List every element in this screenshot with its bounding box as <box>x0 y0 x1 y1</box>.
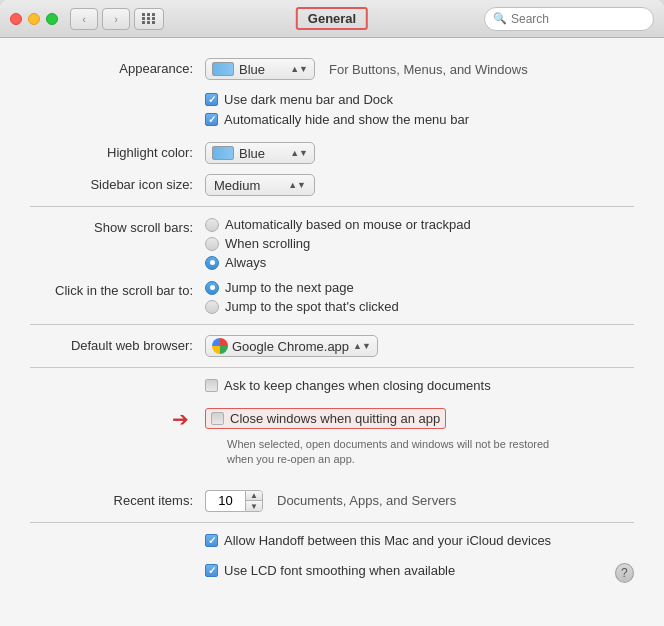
click-next-page-radio[interactable] <box>205 281 219 295</box>
close-windows-row: ➔ Close windows when quitting an app Whe… <box>30 408 634 468</box>
appearance-select[interactable]: Blue ▲▼ <box>205 58 315 80</box>
appearance-row: Appearance: Blue ▲▼ For Buttons, Menus, … <box>30 58 634 132</box>
close-windows-highlight: Close windows when quitting an app <box>205 408 446 429</box>
appearance-select-wrapper: Blue ▲▼ For Buttons, Menus, and Windows <box>205 58 528 80</box>
scroll-scrolling-radio[interactable] <box>205 237 219 251</box>
recent-items-label: Recent items: <box>30 490 205 512</box>
highlight-color-row: Highlight color: Blue ▲▼ <box>30 142 634 164</box>
recent-items-wrapper: ▲ ▼ Documents, Apps, and Servers <box>205 490 456 512</box>
lcd-font-label: Use LCD font smoothing when available <box>224 563 455 578</box>
scroll-always-radio[interactable] <box>205 256 219 270</box>
dark-menu-checkbox[interactable] <box>205 93 218 106</box>
scroll-scrolling-label: When scrolling <box>225 236 310 251</box>
scroll-auto-radio[interactable] <box>205 218 219 232</box>
highlight-color-control: Blue ▲▼ <box>205 142 315 164</box>
minimize-button[interactable] <box>28 13 40 25</box>
close-button[interactable] <box>10 13 22 25</box>
dark-menu-label: Use dark menu bar and Dock <box>224 92 393 107</box>
close-windows-spacer: ➔ <box>30 408 205 430</box>
recent-items-control: ▲ ▼ Documents, Apps, and Servers <box>205 490 456 512</box>
chrome-icon <box>212 338 228 354</box>
click-scroll-label: Click in the scroll bar to: <box>30 280 205 302</box>
separator-4 <box>30 522 634 523</box>
click-scroll-radio-group: Jump to the next page Jump to the spot t… <box>205 280 399 314</box>
click-spot-clicked-radio[interactable] <box>205 300 219 314</box>
chevron-down-icon: ▲▼ <box>290 64 308 74</box>
lcd-font-checkbox-row: Use LCD font smoothing when available <box>205 563 615 578</box>
scroll-scrolling-row: When scrolling <box>205 236 471 251</box>
separator-3 <box>30 367 634 368</box>
nav-buttons: ‹ › <box>70 8 130 30</box>
click-next-page-label: Jump to the next page <box>225 280 354 295</box>
recent-items-hint: Documents, Apps, and Servers <box>277 493 456 508</box>
scroll-bars-row: Show scroll bars: Automatically based on… <box>30 217 634 270</box>
grid-icon <box>142 13 156 24</box>
appearance-hint: For Buttons, Menus, and Windows <box>329 62 528 77</box>
scroll-bars-label: Show scroll bars: <box>30 217 205 239</box>
titlebar: ‹ › General 🔍 <box>0 0 664 38</box>
ask-keep-changes-checkbox[interactable] <box>205 379 218 392</box>
highlight-color-select[interactable]: Blue ▲▼ <box>205 142 315 164</box>
ask-keep-changes-label: Ask to keep changes when closing documen… <box>224 378 491 393</box>
scroll-always-label: Always <box>225 255 266 270</box>
click-scroll-control: Jump to the next page Jump to the spot t… <box>205 280 399 314</box>
dark-menu-row: Use dark menu bar and Dock <box>205 92 528 107</box>
sidebar-icon-size-control: Medium ▲▼ <box>205 174 315 196</box>
search-input[interactable] <box>511 12 645 26</box>
auto-hide-checkbox[interactable] <box>205 113 218 126</box>
settings-content: Appearance: Blue ▲▼ For Buttons, Menus, … <box>0 38 664 626</box>
separator-1 <box>30 206 634 207</box>
recent-items-stepper: ▲ ▼ <box>205 490 263 512</box>
color-swatch <box>212 62 234 76</box>
click-spot-clicked-row: Jump to the spot that's clicked <box>205 299 399 314</box>
allow-handoff-checkbox-row: Allow Handoff between this Mac and your … <box>205 533 551 548</box>
forward-button[interactable]: › <box>102 8 130 30</box>
click-spot-clicked-label: Jump to the spot that's clicked <box>225 299 399 314</box>
lcd-font-row: Use LCD font smoothing when available ? <box>30 563 634 583</box>
highlight-color-swatch <box>212 146 234 160</box>
scroll-bars-radio-group: Automatically based on mouse or trackpad… <box>205 217 471 270</box>
appearance-control: Blue ▲▼ For Buttons, Menus, and Windows … <box>205 58 528 132</box>
default-browser-control: Google Chrome.app ▲▼ <box>205 335 378 357</box>
scroll-auto-row: Automatically based on mouse or trackpad <box>205 217 471 232</box>
stepper-down-button[interactable]: ▼ <box>246 501 262 511</box>
window-title: General <box>296 7 368 30</box>
ask-keep-changes-checkbox-row: Ask to keep changes when closing documen… <box>205 378 491 393</box>
close-windows-checkbox-row: Close windows when quitting an app <box>205 408 577 429</box>
chevron-down-icon: ▲▼ <box>288 180 306 190</box>
auto-hide-label: Automatically hide and show the menu bar <box>224 112 469 127</box>
traffic-lights <box>10 13 58 25</box>
chevron-down-icon: ▲▼ <box>353 341 371 351</box>
separator-2 <box>30 324 634 325</box>
sidebar-icon-size-value: Medium <box>214 178 284 193</box>
search-icon: 🔍 <box>493 12 507 25</box>
scroll-bars-control: Automatically based on mouse or trackpad… <box>205 217 471 270</box>
scroll-auto-label: Automatically based on mouse or trackpad <box>225 217 471 232</box>
default-browser-value: Google Chrome.app <box>232 339 349 354</box>
sidebar-icon-size-row: Sidebar icon size: Medium ▲▼ <box>30 174 634 196</box>
click-scroll-row: Click in the scroll bar to: Jump to the … <box>30 280 634 314</box>
help-button[interactable]: ? <box>615 563 634 583</box>
close-windows-label: Close windows when quitting an app <box>230 411 440 426</box>
back-button[interactable]: ‹ <box>70 8 98 30</box>
stepper-arrows: ▲ ▼ <box>245 490 263 512</box>
click-next-page-row: Jump to the next page <box>205 280 399 295</box>
search-box[interactable]: 🔍 <box>484 7 654 31</box>
ask-keep-changes-row: Ask to keep changes when closing documen… <box>30 378 634 398</box>
maximize-button[interactable] <box>46 13 58 25</box>
highlight-color-value: Blue <box>239 146 286 161</box>
grid-button[interactable] <box>134 8 164 30</box>
scroll-always-row: Always <box>205 255 471 270</box>
allow-handoff-label: Allow Handoff between this Mac and your … <box>224 533 551 548</box>
auto-hide-row: Automatically hide and show the menu bar <box>205 112 528 127</box>
recent-items-input[interactable] <box>205 490 245 512</box>
close-windows-note: When selected, open documents and window… <box>227 437 577 468</box>
lcd-font-control: Use LCD font smoothing when available ? <box>205 563 634 583</box>
appearance-value: Blue <box>239 62 286 77</box>
lcd-font-checkbox[interactable] <box>205 564 218 577</box>
close-windows-checkbox[interactable] <box>211 412 224 425</box>
allow-handoff-checkbox[interactable] <box>205 534 218 547</box>
default-browser-select[interactable]: Google Chrome.app ▲▼ <box>205 335 378 357</box>
stepper-up-button[interactable]: ▲ <box>246 491 262 502</box>
sidebar-icon-size-select[interactable]: Medium ▲▼ <box>205 174 315 196</box>
